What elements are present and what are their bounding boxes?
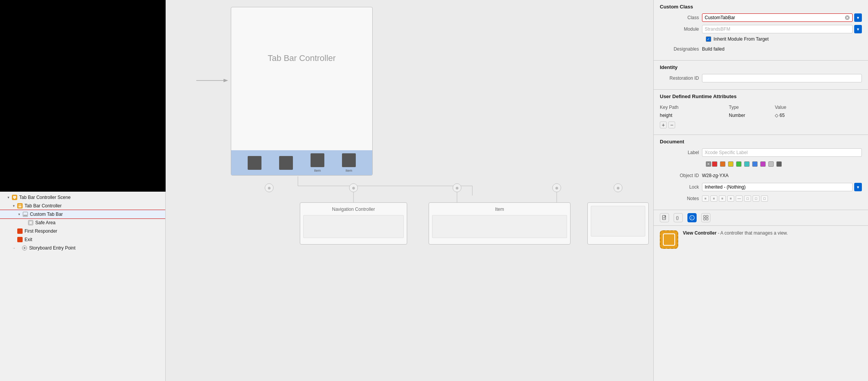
svg-rect-8 xyxy=(26,215,27,216)
device-tab-bar: Item Item xyxy=(231,150,372,175)
svg-rect-1 xyxy=(14,198,15,199)
svg-marker-12 xyxy=(24,247,26,249)
restoration-id-row: Restoration ID xyxy=(660,74,862,82)
storyboard-entry-icon xyxy=(21,245,28,251)
key-path-header: Key Path xyxy=(660,105,729,110)
svg-point-25 xyxy=(552,184,561,192)
class-label: Class xyxy=(660,15,702,20)
arrow-scene: ▼ xyxy=(6,195,11,200)
add-attribute-btn[interactable]: + xyxy=(660,122,667,128)
svg-rect-33 xyxy=(663,215,666,220)
nav-controller-label: Navigation Controller xyxy=(300,203,407,212)
custom-class-title: Custom Class xyxy=(660,4,862,10)
swatch-light[interactable] xyxy=(768,161,774,167)
item-inner xyxy=(432,215,567,238)
item-inner-2 xyxy=(591,206,645,236)
lock-input-container: Inherited - (Nothing) ▼ xyxy=(702,183,862,191)
swatch-dark[interactable] xyxy=(776,161,782,167)
tree-item-safe-area[interactable]: ▶ Safe Area xyxy=(0,218,165,227)
restoration-id-input[interactable] xyxy=(702,74,862,82)
object-id-row: Object ID W28-zg-YXA xyxy=(660,171,862,180)
notes-icon-dash[interactable]: — xyxy=(736,195,743,202)
x-btn[interactable]: ✕ xyxy=(706,161,711,167)
braces-icon-btn[interactable]: {} xyxy=(674,213,683,222)
class-input-container: CustomTabBar ▼ xyxy=(702,13,862,22)
item-label: Item xyxy=(429,203,570,212)
notes-icon-lines[interactable]: ≡ xyxy=(702,195,709,202)
clear-icon[interactable] xyxy=(845,15,850,20)
lock-input[interactable]: Inherited - (Nothing) xyxy=(702,183,853,191)
notes-icon-square2[interactable]: □ xyxy=(753,195,760,202)
class-row: Class CustomTabBar ▼ xyxy=(660,13,862,22)
vc-card: View Controller - A controller that mana… xyxy=(654,226,868,253)
class-dropdown-btn[interactable]: ▼ xyxy=(854,13,862,22)
swatch-teal[interactable] xyxy=(744,161,750,167)
doc-label-input[interactable]: Xcode Specific Label xyxy=(702,148,862,157)
doc-label-placeholder: Xcode Specific Label xyxy=(705,150,748,155)
grid-icon xyxy=(703,215,709,220)
swatch-purple[interactable] xyxy=(760,161,766,167)
swatch-yellow[interactable] xyxy=(728,161,733,167)
inherit-module-row: ✓ Inherit Module From Target xyxy=(660,36,862,42)
doc-icon-btn[interactable] xyxy=(660,213,669,222)
tree-item-tab-bar-controller[interactable]: ▼ Tab Bar Controller xyxy=(0,202,165,210)
notes-icon-square3[interactable]: □ xyxy=(761,195,768,202)
custom-tab-bar-label: Custom Tab Bar xyxy=(30,212,63,217)
exit-icon xyxy=(17,236,23,243)
tree-item-custom-tab-bar[interactable]: ▼ Custom Tab Bar xyxy=(0,210,165,218)
tree-item-storyboard-entry[interactable]: → Storyboard Entry Point xyxy=(0,244,165,252)
swatch-blue[interactable] xyxy=(752,161,758,167)
module-dropdown-btn[interactable]: ▼ xyxy=(854,25,862,33)
tab-bar-controller-device: Tab Bar Controller Item Item xyxy=(231,7,373,176)
height-value: ◇ 65 xyxy=(775,113,862,118)
notes-icon-lines2[interactable]: ≡ xyxy=(710,195,717,202)
svg-rect-2 xyxy=(18,206,21,207)
tab-icon-3-container: Item xyxy=(311,153,324,172)
grid-icon-btn[interactable] xyxy=(701,213,710,222)
notes-row: Notes ≡ ≡ ≡ ≡ — □ □ □ xyxy=(660,194,862,203)
item-box-2 xyxy=(587,202,649,245)
vc-desc: - A controller that manages a view. xyxy=(718,230,788,236)
lock-dropdown-btn[interactable]: ▼ xyxy=(854,183,862,191)
custom-class-section: Custom Class Class CustomTabBar ▼ Module xyxy=(654,0,868,61)
notes-icon-lines4[interactable]: ≡ xyxy=(727,195,734,202)
notes-icon-lines3[interactable]: ≡ xyxy=(719,195,726,202)
tab-icon-4-container: Item xyxy=(342,153,356,172)
svg-text:i: i xyxy=(692,216,692,220)
tree-item-first-responder[interactable]: ▶ First Responder xyxy=(0,227,165,235)
storyboard-entry-label: Storyboard Entry Point xyxy=(29,245,76,251)
module-input[interactable]: StrandsBFM xyxy=(702,25,853,33)
svg-rect-6 xyxy=(24,215,25,216)
svg-rect-3 xyxy=(18,204,21,206)
notes-label: Notes xyxy=(660,196,702,201)
swatch-green[interactable] xyxy=(736,161,741,167)
tree-item-exit[interactable]: ▶ Exit xyxy=(0,235,165,244)
designables-value: Build failed xyxy=(702,46,862,52)
designables-row: Designables Build failed xyxy=(660,45,862,53)
class-input[interactable]: CustomTabBar xyxy=(702,13,853,22)
arrow-ctb: ▼ xyxy=(17,212,21,217)
notes-icon-square1[interactable]: □ xyxy=(744,195,751,202)
object-id-value: W28-zg-YXA xyxy=(702,173,862,178)
swatch-red[interactable] xyxy=(712,161,717,167)
identity-icon-btn[interactable]: i xyxy=(687,213,697,222)
tab-label-4: Item xyxy=(345,169,352,172)
svg-point-22 xyxy=(453,184,461,192)
designables-label: Designables xyxy=(660,46,702,52)
swatch-orange[interactable] xyxy=(720,161,725,167)
first-responder-icon xyxy=(17,228,23,234)
svg-text:⊕: ⊕ xyxy=(352,186,355,190)
height-type: Number xyxy=(729,113,775,118)
udra-title: User Defined Runtime Attributes xyxy=(660,94,862,99)
inherit-module-label: Inherit Module From Target xyxy=(713,36,769,42)
class-input-value: CustomTabBar xyxy=(705,15,735,20)
svg-rect-7 xyxy=(25,215,26,216)
tab-icon-3 xyxy=(311,153,324,167)
identity-section: Identity Restoration ID xyxy=(654,61,868,90)
remove-attribute-btn[interactable]: − xyxy=(668,122,675,128)
module-input-container: StrandsBFM ▼ xyxy=(702,25,862,33)
tree-item-scene[interactable]: ▼ Tab Bar Controller Scene xyxy=(0,193,165,202)
item-box: Item xyxy=(429,202,570,245)
doc-label-label: Label xyxy=(660,150,702,155)
inherit-module-checkbox[interactable]: ✓ xyxy=(706,36,711,42)
